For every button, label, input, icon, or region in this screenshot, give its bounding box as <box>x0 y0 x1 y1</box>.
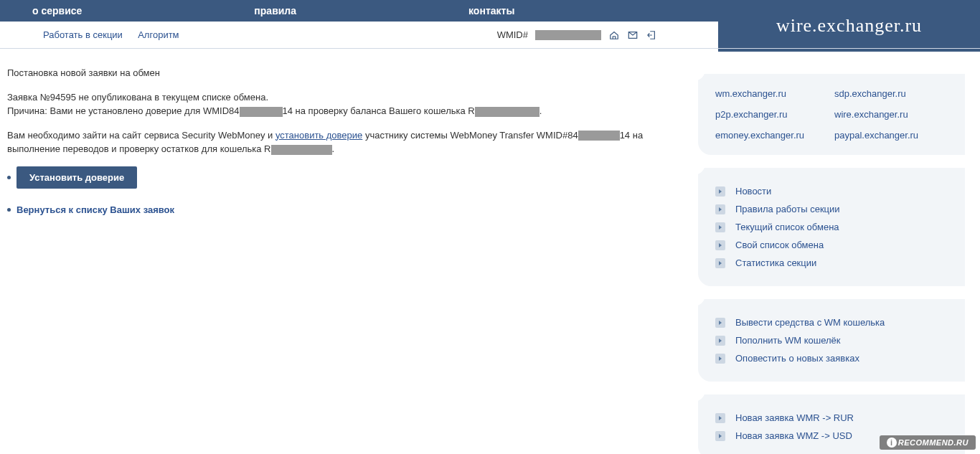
wallet-menu-panel: Вывести средства c WM кошелька Пополнить… <box>698 299 965 382</box>
svc-sdp[interactable]: sdp.exchanger.ru <box>834 88 948 99</box>
instruction-message: Вам необходимо зайти на сайт сервиса Sec… <box>7 128 678 156</box>
arrow-right-icon <box>715 413 725 423</box>
nav-rules[interactable]: правила <box>254 5 296 16</box>
bullet-icon <box>7 176 11 179</box>
svc-wm[interactable]: wm.exchanger.ru <box>715 88 829 99</box>
redacted-wmid <box>240 107 283 117</box>
instr-mid: участнику системы WebMoney Transfer WMID… <box>362 130 578 141</box>
arrow-right-icon <box>715 186 725 197</box>
set-trust-link[interactable]: установить доверие <box>275 130 362 141</box>
menu-new-wmz[interactable]: Новая заявка WMZ -> USD <box>735 430 852 441</box>
svc-p2p[interactable]: p2p.exchanger.ru <box>715 109 829 120</box>
info-menu-panel: Новости Правила работы секции Текущий сп… <box>698 168 965 286</box>
arrow-right-icon <box>715 354 725 364</box>
back-to-list-link[interactable]: Вернуться к списку Ваших заявок <box>17 204 174 215</box>
services-panel: wm.exchanger.ru sdp.exchanger.ru p2p.exc… <box>698 74 965 155</box>
menu-new-wmr[interactable]: Новая заявка WMR -> RUR <box>735 412 854 423</box>
svc-wire[interactable]: wire.exchanger.ru <box>834 109 948 120</box>
arrow-right-icon <box>715 258 725 268</box>
menu-current-list[interactable]: Текущий список обмена <box>735 222 839 232</box>
menu-own-list[interactable]: Свой список обмена <box>735 240 824 250</box>
logout-icon[interactable] <box>646 29 657 41</box>
page-title: Постановка новой заявки на обмен <box>7 66 678 80</box>
menu-rules[interactable]: Правила работы секции <box>735 204 840 214</box>
reason-post: . <box>540 105 542 116</box>
sub-nav-bar: Работать в секции Алгоритм WMID# <box>0 22 980 49</box>
arrow-right-icon <box>715 431 725 441</box>
set-trust-button[interactable]: Установить доверие <box>17 166 137 189</box>
sidebar: wm.exchanger.ru sdp.exchanger.ru p2p.exc… <box>685 49 965 454</box>
nav-about[interactable]: о сервисе <box>32 5 82 16</box>
menu-deposit[interactable]: Пополнить WM кошелёк <box>735 335 840 346</box>
instr-pre: Вам необходимо зайти на сайт сервиса Sec… <box>7 130 275 141</box>
menu-withdraw[interactable]: Вывести средства c WM кошелька <box>735 317 885 328</box>
svc-paypal[interactable]: paypal.exchanger.ru <box>834 130 948 141</box>
error-message: Заявка №94595 не опубликована в текущем … <box>7 90 678 118</box>
subnav-algorithm[interactable]: Алгоритм <box>138 29 179 40</box>
nav-contacts[interactable]: контакты <box>468 5 514 16</box>
bullet-icon <box>7 208 11 212</box>
irecommend-watermark: iRECOMMEND.RU <box>880 435 976 450</box>
menu-notify[interactable]: Оповестить о новых заявках <box>735 353 859 364</box>
arrow-right-icon <box>715 336 725 346</box>
i-icon: i <box>887 438 897 448</box>
watermark-text: RECOMMEND.RU <box>898 438 969 447</box>
instr-post: . <box>332 143 335 154</box>
redacted-purse-2 <box>271 145 332 155</box>
arrow-right-icon <box>715 222 725 232</box>
subnav-work-in-section[interactable]: Работать в секции <box>43 29 123 40</box>
redacted-purse <box>475 107 540 117</box>
wmid-redacted <box>535 30 601 40</box>
home-icon[interactable] <box>608 29 620 41</box>
redacted-wmid-2 <box>578 131 620 141</box>
reason-mid: 14 на проверку баланса Вашего кошелька R <box>283 105 475 116</box>
reason-pre: Причина: Вами не установлено доверие для… <box>7 105 240 116</box>
menu-news[interactable]: Новости <box>735 186 771 197</box>
arrow-right-icon <box>715 240 725 250</box>
wmid-label: WMID# <box>497 29 528 40</box>
menu-stats[interactable]: Статистика секции <box>735 257 816 268</box>
error-line-1: Заявка №94595 не опубликована в текущем … <box>7 92 268 103</box>
main-content: Постановка новой заявки на обмен Заявка … <box>0 49 685 454</box>
arrow-right-icon <box>715 318 725 328</box>
svc-emoney[interactable]: emoney.exchanger.ru <box>715 130 829 141</box>
arrow-right-icon <box>715 204 725 214</box>
mail-icon[interactable] <box>627 29 639 41</box>
